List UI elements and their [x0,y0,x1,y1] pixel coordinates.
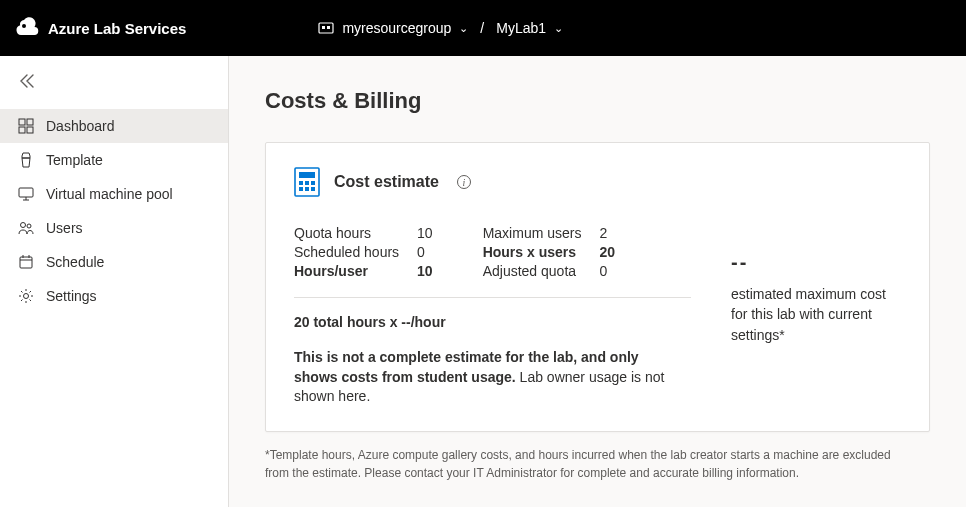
hours-x-users-value: 20 [599,244,615,260]
svg-point-12 [24,294,29,299]
svg-point-10 [27,224,31,228]
svg-rect-1 [319,23,333,33]
scheduled-hours-label: Scheduled hours [294,244,399,260]
breadcrumb: myresourcegroup ⌄ / MyLab1 ⌄ [318,20,563,36]
product-name: Azure Lab Services [48,20,186,37]
svg-rect-14 [299,172,315,178]
breadcrumb-lab[interactable]: MyLab1 ⌄ [496,20,563,36]
sidebar-item-vm-pool[interactable]: Virtual machine pool [0,177,228,211]
quota-hours-value: 10 [417,225,433,241]
page-title: Costs & Billing [265,88,930,114]
sidebar-item-users[interactable]: Users [0,211,228,245]
sidebar-item-label: Dashboard [46,118,115,134]
calculator-icon [294,167,320,197]
sidebar-item-schedule[interactable]: Schedule [0,245,228,279]
sidebar-item-label: Settings [46,288,97,304]
cost-summary: -- estimated maximum cost for this lab w… [731,225,901,345]
dashboard-icon [18,118,34,134]
chevron-down-icon: ⌄ [554,22,563,35]
adjusted-quota-label: Adjusted quota [483,263,582,279]
info-icon[interactable]: i [457,175,471,189]
cost-formula: 20 total hours x --/hour [294,314,691,330]
breadcrumb-rg-label: myresourcegroup [342,20,451,36]
sidebar-item-label: Template [46,152,103,168]
breadcrumb-lab-label: MyLab1 [496,20,546,36]
chevron-down-icon: ⌄ [459,22,468,35]
breadcrumb-resource-group[interactable]: myresourcegroup ⌄ [318,20,468,36]
hours-x-users-label: Hours x users [483,244,582,260]
svg-rect-20 [311,187,315,191]
estimate-note: This is not a complete estimate for the … [294,348,674,407]
calendar-icon [18,254,34,270]
svg-rect-11 [20,257,32,268]
svg-rect-19 [305,187,309,191]
breadcrumb-separator: / [480,20,484,36]
product-logo[interactable]: Azure Lab Services [16,16,186,40]
svg-rect-18 [299,187,303,191]
footnote: *Template hours, Azure compute gallery c… [265,446,930,482]
sidebar-item-label: Virtual machine pool [46,186,173,202]
metrics-column-left: Quota hours 10 Scheduled hours 0 Hours/u… [294,225,433,279]
sidebar-item-template[interactable]: Template [0,143,228,177]
top-bar: Azure Lab Services myresourcegroup ⌄ / M… [0,0,966,56]
sidebar: Dashboard Template Virtual machine pool … [0,56,229,507]
metrics-column-right: Maximum users 2 Hours x users 20 Adjuste… [483,225,615,279]
sidebar-item-settings[interactable]: Settings [0,279,228,313]
users-icon [18,220,34,236]
svg-rect-3 [327,26,330,29]
template-icon [18,152,34,168]
svg-rect-15 [299,181,303,185]
max-users-value: 2 [599,225,615,241]
svg-rect-8 [19,188,33,197]
svg-rect-16 [305,181,309,185]
adjusted-quota-value: 0 [599,263,615,279]
hours-per-user-value: 10 [417,263,433,279]
svg-rect-2 [322,26,325,29]
sidebar-collapse-button[interactable] [0,64,228,109]
estimated-cost-text: estimated maximum cost for this lab with… [731,284,901,345]
sidebar-item-label: Users [46,220,83,236]
svg-point-0 [22,24,26,28]
resource-group-icon [318,20,334,36]
sidebar-item-dashboard[interactable]: Dashboard [0,109,228,143]
svg-rect-17 [311,181,315,185]
svg-rect-5 [27,119,33,125]
main-content: Costs & Billing Cost estimate i Quota ho… [229,56,966,507]
svg-rect-4 [19,119,25,125]
svg-point-9 [21,223,26,228]
estimated-cost-value: -- [731,251,901,274]
hours-per-user-label: Hours/user [294,263,399,279]
monitor-icon [18,186,34,202]
max-users-label: Maximum users [483,225,582,241]
quota-hours-label: Quota hours [294,225,399,241]
card-title: Cost estimate [334,173,439,191]
cost-estimate-card: Cost estimate i Quota hours 10 Scheduled… [265,142,930,432]
gear-icon [18,288,34,304]
sidebar-item-label: Schedule [46,254,104,270]
svg-rect-6 [19,127,25,133]
azure-logo-icon [16,16,40,40]
scheduled-hours-value: 0 [417,244,433,260]
svg-rect-7 [27,127,33,133]
